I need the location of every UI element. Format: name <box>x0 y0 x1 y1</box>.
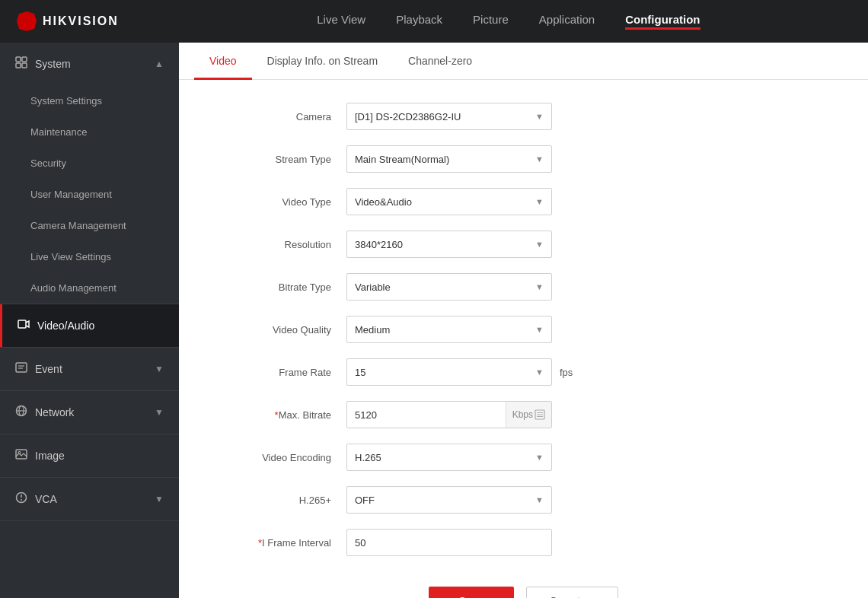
h265plus-row: H.265+ OFF ▼ OFF ON <box>225 486 822 514</box>
max-bitrate-row: *Max. Bitrate Kbps <box>225 401 822 428</box>
video-encoding-row: Video Encoding H.265 ▼ H.264 H.265 H.264… <box>225 444 822 471</box>
main-layout: System ▲ System Settings Maintenance Sec… <box>0 43 868 598</box>
sidebar-item-live-view-settings[interactable]: Live View Settings <box>0 241 179 272</box>
bitrate-type-select[interactable]: Variable ▼ Variable Constant <box>346 273 552 301</box>
frame-rate-label: Frame Rate <box>225 367 346 378</box>
sidebar-item-system-settings[interactable]: System Settings <box>0 85 179 116</box>
iframe-interval-row: *I Frame Interval <box>225 529 822 556</box>
sidebar-item-user-management[interactable]: User Management <box>0 179 179 210</box>
svg-rect-12 <box>16 450 27 459</box>
bitrate-calc-icon <box>535 409 545 420</box>
iframe-interval-input[interactable] <box>346 529 552 556</box>
sidebar-item-event[interactable]: Event ▼ <box>0 348 179 390</box>
nav-live-view[interactable]: Live View <box>317 13 365 30</box>
camera-select[interactable]: [D1] DS-2CD2386G2-IU ▼ [D1] DS-2CD2386G2… <box>346 103 552 130</box>
system-svg-icon <box>15 56 27 68</box>
video-quality-select[interactable]: Medium ▼ Low Medium Low Medium Medium Hi… <box>346 316 552 343</box>
image-label: Image <box>35 450 65 462</box>
network-label: Network <box>35 406 74 418</box>
video-audio-icon <box>18 318 30 333</box>
tab-channel-zero[interactable]: Channel-zero <box>393 43 487 80</box>
hik-logo-icon <box>15 10 38 33</box>
camera-row: Camera [D1] DS-2CD2386G2-IU ▼ [D1] DS-2C… <box>225 103 822 130</box>
iframe-label-text: I Frame Interval <box>262 537 331 549</box>
sidebar-item-network[interactable]: Network ▼ <box>0 391 179 434</box>
resolution-row: Resolution 3840*2160 ▼ 3840*2160 1920*10… <box>225 231 822 258</box>
frame-rate-select[interactable]: 15 ▼ 151015202530 <box>346 358 552 386</box>
system-label: System <box>35 58 71 70</box>
video-audio-svg-icon <box>18 318 30 330</box>
video-encoding-select[interactable]: H.265 ▼ H.264 H.265 H.264+ H.265+ <box>346 444 552 471</box>
logo: HIKVISION <box>15 10 119 33</box>
tab-display-info[interactable]: Display Info. on Stream <box>252 43 394 80</box>
sidebar-section-image: Image <box>0 434 179 478</box>
bitrate-unit-label: Kbps <box>506 402 551 428</box>
video-form: Camera [D1] DS-2CD2386G2-IU ▼ [D1] DS-2C… <box>179 80 868 598</box>
image-svg-icon <box>15 448 27 460</box>
sidebar-section-system: System ▲ System Settings Maintenance Sec… <box>0 43 179 304</box>
vca-icon <box>15 491 27 507</box>
svg-rect-1 <box>16 57 21 62</box>
h265plus-select[interactable]: OFF ▼ OFF ON <box>346 486 552 514</box>
vca-chevron-icon: ▼ <box>155 494 164 504</box>
event-svg-icon <box>15 361 27 374</box>
logo-text: HIKVISION <box>43 14 119 28</box>
network-icon <box>15 405 27 420</box>
video-type-label: Video Type <box>225 196 346 208</box>
system-icon <box>15 56 27 72</box>
fps-label: fps <box>560 367 573 378</box>
svg-rect-3 <box>16 63 21 68</box>
sidebar-item-system[interactable]: System ▲ <box>0 43 179 85</box>
h265plus-label: H.265+ <box>225 495 346 506</box>
sidebar-item-maintenance[interactable]: Maintenance <box>0 116 179 148</box>
copy-to-button[interactable]: Copy to... <box>526 587 619 598</box>
system-subitems: System Settings Maintenance Security Use… <box>0 85 179 304</box>
max-bitrate-input-wrapper: Kbps <box>346 401 552 428</box>
svg-rect-2 <box>22 57 27 62</box>
max-bitrate-label-text: Max. Bitrate <box>279 409 331 421</box>
vca-svg-icon <box>15 491 27 504</box>
sidebar-item-video-audio[interactable]: Video/Audio <box>0 304 179 347</box>
sidebar-item-audio-management[interactable]: Audio Management <box>0 272 179 304</box>
stream-type-select[interactable]: Main Stream(Normal) ▼ Main Stream(Normal… <box>346 145 552 173</box>
resolution-select[interactable]: 3840*2160 ▼ 3840*2160 1920*1080 1280*720 <box>346 231 552 258</box>
bitrate-type-row: Bitrate Type Variable ▼ Variable Constan… <box>225 273 822 301</box>
video-quality-row: Video Quality Medium ▼ Low Medium Low Me… <box>225 316 822 343</box>
event-label: Event <box>35 363 62 375</box>
tab-video[interactable]: Video <box>194 43 252 80</box>
video-quality-label: Video Quality <box>225 324 346 336</box>
sidebar-section-network: Network ▼ <box>0 391 179 434</box>
save-button[interactable]: Save <box>429 587 514 598</box>
camera-label: Camera <box>225 111 346 122</box>
bitrate-unit-text: Kbps <box>512 409 533 420</box>
network-chevron-icon: ▼ <box>155 407 164 418</box>
svg-marker-0 <box>17 11 37 31</box>
nav-picture[interactable]: Picture <box>473 13 509 30</box>
video-audio-label: Video/Audio <box>37 320 94 332</box>
event-chevron-icon: ▼ <box>155 364 164 374</box>
svg-rect-4 <box>22 63 27 68</box>
nav-configuration[interactable]: Configuration <box>625 13 700 30</box>
sidebar-item-vca[interactable]: VCA ▼ <box>0 478 179 520</box>
nav-links: Live View Playback Picture Application C… <box>164 13 853 30</box>
tab-bar: Video Display Info. on Stream Channel-ze… <box>179 43 868 80</box>
iframe-interval-label: *I Frame Interval <box>225 537 346 549</box>
sidebar-item-image[interactable]: Image <box>0 434 179 477</box>
video-encoding-label: Video Encoding <box>225 452 346 463</box>
sidebar-item-security[interactable]: Security <box>0 148 179 179</box>
image-icon <box>15 448 27 463</box>
top-navigation: HIKVISION Live View Playback Picture App… <box>0 0 868 43</box>
vca-label: VCA <box>35 493 57 505</box>
frame-rate-row: Frame Rate 15 ▼ 151015202530 fps <box>225 358 822 386</box>
content-area: Video Display Info. on Stream Channel-ze… <box>179 43 868 598</box>
svg-rect-6 <box>16 363 27 372</box>
sidebar-item-camera-management[interactable]: Camera Management <box>0 210 179 241</box>
nav-playback[interactable]: Playback <box>396 13 442 30</box>
form-buttons: Save Copy to... <box>225 571 822 598</box>
sidebar: System ▲ System Settings Maintenance Sec… <box>0 43 179 598</box>
max-bitrate-input[interactable] <box>347 409 506 421</box>
max-bitrate-label: *Max. Bitrate <box>225 409 346 421</box>
video-type-select[interactable]: Video&Audio ▼ Video&Audio Video <box>346 188 552 215</box>
sidebar-section-event: Event ▼ <box>0 348 179 391</box>
nav-application[interactable]: Application <box>539 13 595 30</box>
